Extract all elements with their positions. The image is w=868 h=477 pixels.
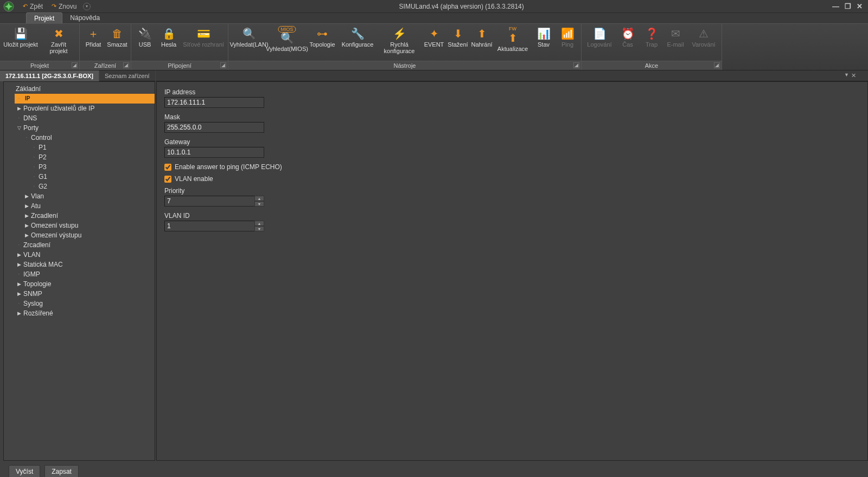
qat-undo[interactable]: ↶ Zpět [18, 1, 47, 12]
tree-expand-icon[interactable]: ▶ [23, 230, 30, 240]
doc-tab[interactable]: Seznam zařízení [99, 70, 156, 81]
vlan-id-stepper[interactable] [164, 221, 264, 231]
doc-tab[interactable]: 172.16.111.1 [2G-2S.3.0.F-BOX] [0, 70, 99, 81]
tree-line-icon: · [31, 143, 37, 152]
ribbon-btn-label: EVENT [424, 41, 444, 48]
tree-expand-icon[interactable]: ▶ [23, 211, 30, 221]
tree-item[interactable]: ·Zrcadlení [15, 240, 155, 250]
tree-item[interactable]: ·Syslog [15, 299, 155, 308]
qat-overflow-icon[interactable]: ▾ [83, 3, 91, 10]
tree-line-icon: · [16, 299, 22, 308]
tree-item[interactable]: ·G1 [30, 172, 155, 182]
tree-item[interactable]: ·P3 [30, 162, 155, 172]
ribbon-btn-hesla[interactable]: 🔒Hesla [157, 25, 180, 48]
tree-item[interactable]: ·DNS [15, 113, 155, 123]
dialog-launcher-icon[interactable]: ◢ [123, 62, 129, 68]
ribbon-btn-ping: 📶Ping [556, 25, 579, 48]
ip-address-field[interactable] [164, 97, 264, 108]
tree-expand-icon[interactable]: ▶ [16, 104, 22, 113]
tree-item[interactable]: ▶SNMP [15, 289, 155, 299]
doc-tab-close-icon[interactable]: ✕ [851, 72, 856, 79]
tree-item[interactable]: ▶VLAN [15, 250, 155, 260]
tree-item[interactable]: ▶Omezení vstupu [22, 221, 155, 230]
ribbon-btn-vyhledat-mios[interactable]: MIOS🔍Vyhledat(MIOS) [269, 25, 305, 52]
bottom-bar: Vyčíst Zapsat [0, 461, 868, 477]
dialog-launcher-icon[interactable]: ◢ [220, 62, 226, 68]
window-title: SIMULand.v4 (alpha version) (16.3.3.2814… [91, 3, 832, 10]
ribbon-btn-event[interactable]: ✦EVENT [423, 25, 445, 48]
tree-item[interactable]: ▶Statická MAC [15, 260, 155, 269]
doc-tab-dropdown-icon[interactable]: ▼ [844, 72, 849, 79]
ribbon-btn-nahrani[interactable]: ⬆Nahrání [470, 25, 493, 48]
vlanid-up-icon[interactable]: ▲ [254, 221, 264, 226]
lock-icon: 🔒 [162, 27, 176, 40]
tree-item[interactable]: ▶Zrcadlení [22, 211, 155, 221]
ribbon-btn-vyhledat-lan[interactable]: 🔍Vyhledat(LAN) [231, 25, 267, 48]
tree-item[interactable]: Základní [7, 84, 155, 94]
dialog-launcher-icon[interactable]: ◢ [573, 62, 579, 68]
tree-item[interactable]: ▶Atu [22, 201, 155, 211]
tree-item-label: Statická MAC [23, 260, 63, 269]
ribbon-btn-stav[interactable]: 📊Stav [532, 25, 555, 48]
tree-expand-icon[interactable]: ▶ [23, 191, 30, 201]
enable-ping-checkbox[interactable] [164, 164, 171, 171]
mail-icon: ✉ [671, 27, 680, 40]
tree-item[interactable]: ▶Rozšířené [15, 308, 155, 318]
priority-down-icon[interactable]: ▼ [254, 201, 264, 207]
ribbon-btn-pridat[interactable]: ＋Přidat [82, 25, 105, 48]
ribbon-btn-konfigurace[interactable]: 🔧Konfigurace [339, 25, 376, 48]
document-tabs: 172.16.111.1 [2G-2S.3.0.F-BOX]Seznam zař… [0, 70, 868, 81]
tree-expand-icon[interactable]: ▽ [16, 123, 22, 133]
vlanid-down-icon[interactable]: ▼ [254, 226, 264, 231]
tree-line-icon: · [31, 162, 37, 172]
ribbon-btn-zavrit-projekt[interactable]: ✖Zavřít projekt [40, 25, 77, 54]
ping-icon: 📶 [561, 27, 575, 40]
vlan-enable-checkbox[interactable] [164, 176, 171, 183]
read-button[interactable]: Vyčíst [9, 465, 40, 477]
gateway-field[interactable] [164, 147, 264, 158]
tree-item[interactable]: ▶Vlan [22, 191, 155, 201]
menu-tab-napoveda[interactable]: Nápověda [62, 12, 107, 23]
tree-item[interactable]: ·P2 [30, 152, 155, 162]
ribbon-btn-label: Přidat [86, 41, 101, 48]
priority-up-icon[interactable]: ▲ [254, 196, 264, 201]
close-icon: ✖ [54, 27, 63, 40]
qat-redo[interactable]: ↷ Znovu [47, 1, 81, 12]
mask-field[interactable] [164, 122, 264, 133]
priority-stepper[interactable] [164, 196, 264, 207]
minimize-button[interactable]: — [832, 2, 839, 10]
topology-icon: ⊶ [317, 27, 328, 40]
ribbon-btn-ulozit-projekt[interactable]: 💾Uložit projekt [2, 25, 39, 48]
ribbon-btn-rychla-konfigurace[interactable]: ⚡Rychlá konfigurace [377, 25, 422, 54]
tree-expand-icon[interactable]: ▶ [16, 250, 22, 260]
tree-item[interactable]: ·G2 [30, 182, 155, 191]
tree-item-label: Povolení uživatelů dle IP [23, 104, 94, 113]
tree-item[interactable]: ·P1 [30, 143, 155, 152]
tree-expand-icon[interactable]: ▶ [16, 279, 22, 289]
tree-item[interactable]: ▶Omezení výstupu [22, 230, 155, 240]
ribbon-btn-smazat[interactable]: 🗑Smazat [106, 25, 129, 48]
write-button[interactable]: Zapsat [44, 465, 79, 477]
tree-item[interactable]: ·IGMP [15, 269, 155, 279]
tree-item[interactable]: ▶Topologie [15, 279, 155, 289]
ribbon-btn-usb[interactable]: 🔌USB [133, 25, 156, 48]
maximize-button[interactable]: ❐ [845, 2, 851, 10]
ribbon-btn-stazeni[interactable]: ⬇Stažení [446, 25, 469, 48]
event-icon: ✦ [430, 27, 439, 40]
tree-expand-icon[interactable]: ▶ [16, 260, 22, 269]
ribbon-btn-topologie[interactable]: ⊶Topologie [307, 25, 338, 48]
dialog-launcher-icon[interactable]: ◢ [714, 62, 720, 68]
ribbon-btn-aktualizace[interactable]: FW⬆Aktualizace [494, 25, 531, 52]
menu-tab-projekt[interactable]: Projekt [26, 12, 62, 23]
tree-expand-icon[interactable]: ▶ [23, 221, 30, 230]
tree-item[interactable]: ▶Povolení uživatelů dle IP [15, 104, 155, 113]
tree-item[interactable]: ·IP [15, 94, 155, 104]
tree-item[interactable]: ·Control [22, 133, 155, 143]
tree-item[interactable]: ▽Porty [15, 123, 155, 133]
tree-expand-icon[interactable]: ▶ [23, 201, 30, 211]
ribbon-group-title: Projekt◢ [0, 61, 79, 70]
tree-expand-icon[interactable]: ▶ [16, 308, 22, 318]
close-window-button[interactable]: ✕ [857, 2, 863, 10]
dialog-launcher-icon[interactable]: ◢ [72, 62, 78, 68]
tree-expand-icon[interactable]: ▶ [16, 289, 22, 299]
